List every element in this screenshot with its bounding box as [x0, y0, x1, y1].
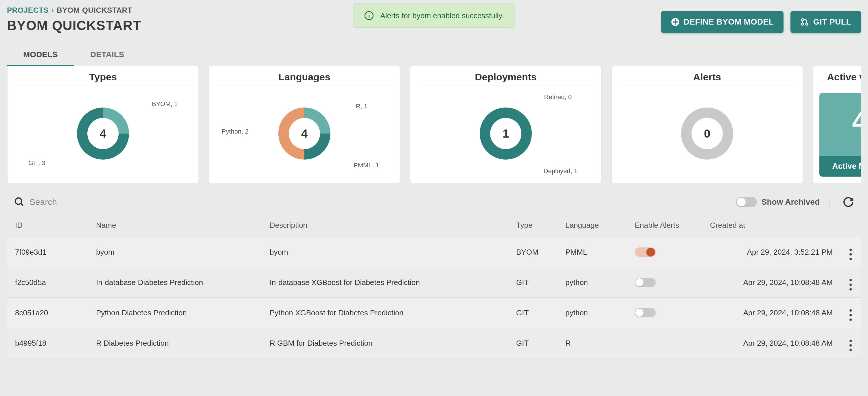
table-row[interactable]: 8c051a20Python Diabetes PredictionPython…	[7, 298, 861, 328]
languages-label-pmml: PMML, 1	[353, 162, 379, 169]
models-table: ID Name Description Type Language Enable…	[7, 213, 861, 358]
cell-language: python	[557, 298, 627, 328]
cell-created-at: Apr 29, 2024, 3:52:21 PM	[702, 237, 841, 267]
types-label-byom: BYOM, 1	[152, 100, 178, 108]
cell-description: Python XGBoost for Diabetes Prediction	[261, 298, 508, 328]
chart-types: 4 BYOM, 1 GIT, 3	[14, 92, 192, 175]
enable-alerts-toggle[interactable]	[635, 308, 656, 318]
search-icon	[14, 197, 25, 207]
card-alerts: Alerts 0	[612, 66, 803, 183]
card-active-title: Active vs Archived	[819, 71, 861, 86]
chart-languages: 4 R, 1 PMML, 1 Python, 2	[215, 92, 394, 175]
languages-center-value: 4	[301, 127, 308, 140]
table-row[interactable]: 7f09e3d1byombyomBYOMPMMLApr 29, 2024, 3:…	[7, 237, 861, 267]
row-menu-icon[interactable]	[849, 340, 852, 351]
chart-deployments: 1 Retired, 0 Deployed, 1	[416, 92, 595, 175]
card-types-title: Types	[14, 71, 192, 86]
card-types: Types 4 BYOM, 1 GIT, 3	[7, 66, 198, 183]
languages-label-r: R, 1	[356, 103, 368, 110]
cell-name: Python Diabetes Prediction	[88, 298, 261, 328]
plus-circle-icon	[671, 18, 680, 26]
svg-point-5	[802, 23, 804, 26]
cell-name: In-database Diabetes Prediction	[88, 267, 261, 298]
cell-enable-alerts	[627, 267, 702, 298]
cell-name: byom	[88, 237, 261, 267]
cell-id: b4995f18	[7, 328, 88, 358]
show-archived-label: Show Archived	[762, 197, 820, 207]
col-name[interactable]: Name	[88, 214, 261, 237]
deployments-label-retired: Retired, 0	[544, 93, 572, 101]
cell-type: GIT	[508, 328, 557, 358]
alerts-center-value: 0	[704, 127, 710, 140]
col-enable-alerts[interactable]: Enable Alerts	[627, 214, 702, 237]
cell-language: python	[557, 267, 627, 298]
define-byom-model-label: DEFINE BYOM MODEL	[684, 18, 774, 27]
row-menu-icon[interactable]	[849, 309, 852, 321]
git-pull-label: GIT PULL	[813, 18, 851, 27]
enable-alerts-toggle[interactable]	[635, 278, 656, 287]
chart-alerts: 0	[618, 92, 796, 175]
table-row[interactable]: b4995f18R Diabetes PredictionR GBM for D…	[7, 328, 861, 358]
card-alerts-title: Alerts	[618, 71, 796, 86]
row-menu-icon[interactable]	[849, 279, 852, 291]
svg-point-11	[16, 198, 22, 204]
table-row[interactable]: f2c50d5aIn-database Diabetes PredictionI…	[7, 267, 861, 298]
svg-point-4	[802, 19, 804, 21]
svg-line-12	[21, 203, 23, 206]
card-deployments: Deployments 1 Retired, 0 Deployed, 1	[410, 66, 601, 183]
cell-enable-alerts	[627, 237, 702, 267]
cell-language: R	[557, 328, 627, 358]
col-description[interactable]: Description	[261, 214, 508, 237]
card-deployments-title: Deployments	[416, 71, 595, 86]
card-languages: Languages 4 R, 1 PMML, 1 Python, 2	[209, 66, 400, 183]
breadcrumb-current: BYOM QUICKSTART	[57, 6, 132, 15]
search-input[interactable]	[30, 197, 732, 207]
enable-alerts-toggle[interactable]	[635, 248, 656, 257]
git-pull-button[interactable]: GIT PULL	[790, 11, 861, 33]
cell-type: GIT	[508, 267, 557, 298]
col-menu	[841, 214, 861, 237]
cell-description: R GBM for Diabetes Prediction	[261, 328, 508, 358]
cell-description: In-database XGBoost for Diabetes Predict…	[261, 267, 508, 298]
define-byom-model-button[interactable]: DEFINE BYOM MODEL	[661, 11, 784, 33]
col-language[interactable]: Language	[557, 214, 627, 237]
active-models-tile: 4 Active Models	[819, 93, 861, 176]
cell-type: GIT	[508, 298, 557, 328]
cell-created-at: Apr 29, 2024, 10:08:48 AM	[702, 298, 841, 328]
deployments-label-deployed: Deployed, 1	[544, 167, 578, 175]
active-models-label: Active Models	[819, 156, 861, 176]
cell-description: byom	[261, 237, 508, 267]
cell-id: 7f09e3d1	[7, 237, 88, 267]
col-id[interactable]: ID	[7, 214, 88, 237]
cell-enable-alerts	[627, 328, 702, 358]
refresh-icon[interactable]	[842, 196, 854, 208]
cell-created-at: Apr 29, 2024, 10:08:48 AM	[702, 267, 841, 298]
breadcrumb-root-link[interactable]: PROJECTS	[7, 6, 49, 15]
tab-models[interactable]: MODELS	[7, 45, 74, 66]
active-models-count: 4	[819, 107, 861, 136]
languages-label-python: Python, 2	[222, 128, 249, 135]
search-row: Show Archived	[7, 191, 861, 213]
card-active-vs-archived: Active vs Archived 4 Active Models	[813, 66, 861, 183]
types-label-git: GIT, 3	[28, 159, 45, 167]
card-languages-title: Languages	[215, 71, 394, 86]
cell-enable-alerts	[627, 298, 702, 328]
page-title: BYOM QUICKSTART	[7, 18, 141, 33]
col-created-at[interactable]: Created at	[702, 214, 841, 237]
toast-message: Alerts for byom enabled successfully.	[380, 11, 504, 20]
success-toast: Alerts for byom enabled successfully.	[353, 3, 515, 28]
cell-name: R Diabetes Prediction	[88, 328, 261, 358]
col-type[interactable]: Type	[508, 214, 557, 237]
svg-point-6	[806, 23, 808, 26]
tabs: MODELS DETAILS	[7, 45, 861, 66]
show-archived-toggle[interactable]	[736, 197, 757, 207]
cell-language: PMML	[557, 237, 627, 267]
row-menu-icon[interactable]	[849, 249, 852, 260]
cell-id: f2c50d5a	[7, 267, 88, 298]
cell-type: BYOM	[508, 237, 557, 267]
cell-id: 8c051a20	[7, 298, 88, 328]
tab-details[interactable]: DETAILS	[74, 45, 141, 66]
table-header-row: ID Name Description Type Language Enable…	[7, 214, 861, 237]
git-pull-icon	[800, 18, 809, 26]
chevron-right-icon: ›	[52, 7, 54, 14]
